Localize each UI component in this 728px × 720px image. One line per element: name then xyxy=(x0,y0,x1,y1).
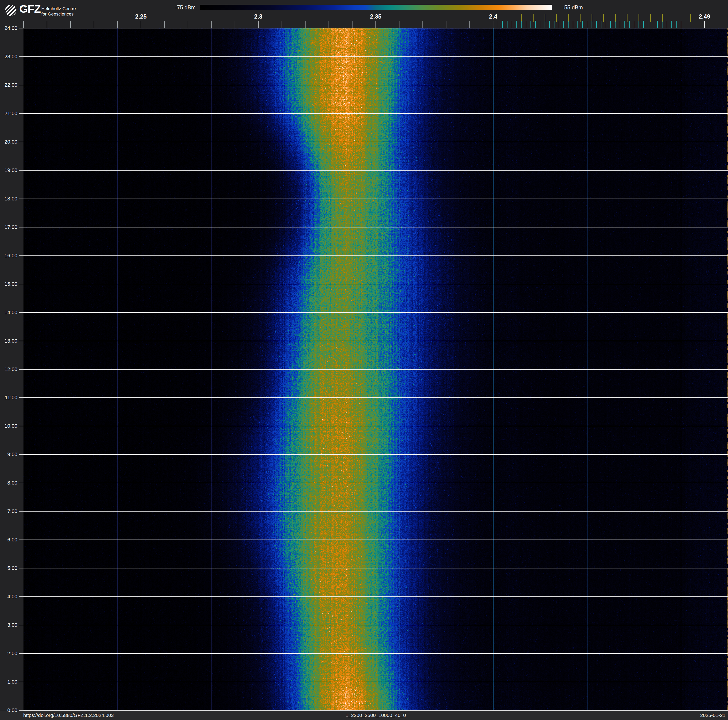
ble-channel-tick xyxy=(629,21,630,28)
hour-gridline xyxy=(23,256,728,256)
hour-gridline xyxy=(23,511,728,512)
hour-tick xyxy=(19,113,23,114)
freq-tick xyxy=(258,21,258,28)
freq-tick xyxy=(94,21,94,28)
hour-tick xyxy=(19,341,23,341)
freq-tick xyxy=(141,21,141,28)
hour-tick xyxy=(19,57,23,57)
wifi-channel-tick xyxy=(615,14,616,21)
hour-tick xyxy=(19,397,23,398)
hour-tick xyxy=(19,369,23,370)
ble-channel-tick xyxy=(653,21,653,28)
hour-tick xyxy=(19,85,23,85)
hour-label: 22:00 xyxy=(0,82,17,88)
ble-channel-tick xyxy=(568,21,569,28)
hour-label: 4:00 xyxy=(0,594,17,600)
freq-tick xyxy=(164,21,165,28)
hour-tick xyxy=(19,312,23,313)
ble-channel-tick xyxy=(535,21,536,28)
hour-label: 20:00 xyxy=(0,139,17,145)
ble-channel-tick xyxy=(639,21,639,28)
wifi-channel-tick xyxy=(544,14,545,21)
ble-channel-tick xyxy=(582,21,583,28)
hour-tick xyxy=(19,625,23,625)
hour-tick xyxy=(19,596,23,597)
ble-channel-tick xyxy=(624,21,625,28)
freq-tick xyxy=(352,21,352,28)
hour-label: 8:00 xyxy=(0,480,17,486)
hour-gridline xyxy=(23,596,728,597)
hour-label: 6:00 xyxy=(0,537,17,543)
hour-label: 18:00 xyxy=(0,196,17,202)
hour-label: 3:00 xyxy=(0,622,17,628)
freq-tick xyxy=(493,21,493,28)
wifi-channel-tick xyxy=(568,14,569,21)
hour-label: 15:00 xyxy=(0,281,17,287)
ble-channel-tick xyxy=(502,21,503,28)
freq-tick xyxy=(376,21,376,28)
hour-gridline xyxy=(23,369,728,370)
wifi-channel-tick xyxy=(533,14,534,21)
ble-channel-tick xyxy=(563,21,564,28)
ble-channel-tick xyxy=(549,21,550,28)
date-label: 2025-01-21 xyxy=(700,712,725,718)
hour-gridline xyxy=(23,539,728,540)
ble-channel-tick xyxy=(681,21,681,28)
wifi-channel-tick xyxy=(662,14,663,21)
freq-tick xyxy=(329,21,329,28)
freq-tick-label: 2.35 xyxy=(370,13,382,20)
gfz-logo-text: GFZ xyxy=(19,3,41,15)
colorbar-min-label: -75 dBm xyxy=(149,5,196,11)
hour-tick xyxy=(19,653,23,654)
hour-tick xyxy=(19,426,23,426)
freq-tick-label: 2.49 xyxy=(699,13,710,20)
hour-gridline xyxy=(23,85,728,85)
hour-gridline xyxy=(23,625,728,625)
hour-gridline xyxy=(23,227,728,227)
freq-tick xyxy=(399,21,399,28)
hour-tick xyxy=(19,284,23,284)
logo-subtitle-line1: Helmholtz Centre xyxy=(41,6,76,11)
ble-channel-tick xyxy=(526,21,526,28)
freq-tick-label: 2.3 xyxy=(254,13,263,20)
ble-channel-tick xyxy=(648,21,648,28)
hour-label: 2:00 xyxy=(0,650,17,657)
hour-label: 16:00 xyxy=(0,253,17,259)
hour-gridline xyxy=(23,28,728,28)
ble-channel-tick xyxy=(676,21,677,28)
ble-channel-tick xyxy=(587,21,587,28)
hour-gridline xyxy=(23,57,728,57)
hour-tick xyxy=(19,227,23,227)
ble-channel-tick xyxy=(615,21,615,28)
hour-tick xyxy=(19,568,23,568)
ble-channel-tick xyxy=(592,21,592,28)
hour-tick xyxy=(19,511,23,512)
hour-tick xyxy=(19,454,23,455)
wifi-channel-tick xyxy=(603,14,604,21)
wifi-channel-tick xyxy=(639,14,639,21)
wifi-channel-tick xyxy=(556,14,557,21)
hour-gridline xyxy=(23,142,728,142)
freq-tick xyxy=(23,21,24,28)
colorbar-gradient xyxy=(200,5,552,10)
freq-tick xyxy=(117,21,118,28)
hour-gridline xyxy=(23,312,728,313)
hour-label: 0:00 xyxy=(0,707,17,714)
hour-label: 9:00 xyxy=(0,451,17,458)
hour-label: 1:00 xyxy=(0,679,17,685)
hour-gridline xyxy=(23,454,728,455)
hour-label: 17:00 xyxy=(0,224,17,230)
wifi-channel-tick xyxy=(650,14,651,21)
ble-channel-tick xyxy=(573,21,573,28)
wifi-channel-tick xyxy=(627,14,627,21)
doi-link[interactable]: https://doi.org/10.5880/GFZ.1.2.2024.003 xyxy=(23,712,114,718)
ble-channel-tick xyxy=(512,21,512,28)
hour-label: 5:00 xyxy=(0,565,17,571)
gfz-globe-icon xyxy=(5,5,17,16)
hour-gridline xyxy=(23,199,728,199)
hour-gridline xyxy=(23,653,728,654)
hour-label: 13:00 xyxy=(0,338,17,344)
hour-tick xyxy=(19,682,23,682)
hour-label: 14:00 xyxy=(0,309,17,316)
freq-tick xyxy=(47,21,47,28)
